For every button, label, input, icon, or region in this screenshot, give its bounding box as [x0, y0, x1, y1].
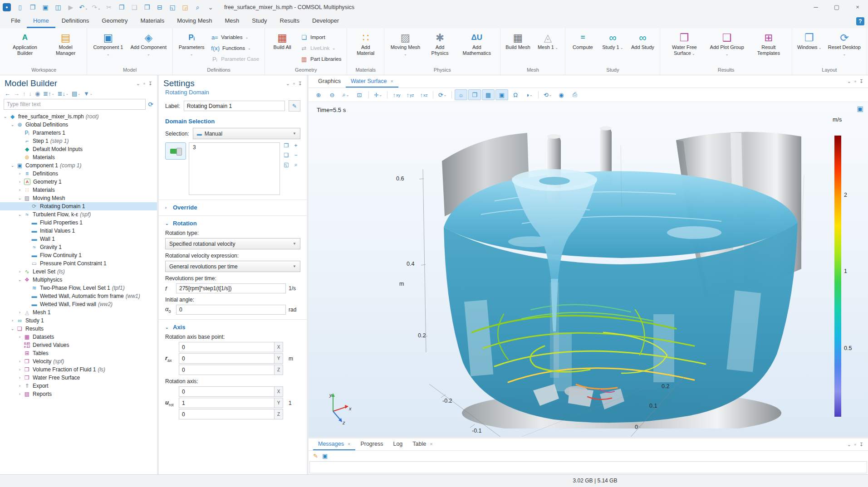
redo-icon[interactable]: ↷⌄ [91, 2, 102, 13]
tree-item-wetted-wall-fixed-wall[interactable]: ▬Wetted Wall, Fixed wall(ww2) [0, 300, 157, 308]
tree-item-materials[interactable]: ›∷Materials [0, 186, 157, 194]
tree-item-rotating-domain-1[interactable]: ⟳Rotating Domain 1 [0, 202, 157, 210]
expand-closed-icon[interactable]: › [16, 333, 23, 341]
rotation-axis-z-input[interactable] [179, 409, 274, 419]
undo-icon[interactable]: ↶⌄ [78, 2, 89, 13]
select-region-icon[interactable]: ◱ [167, 2, 178, 13]
go-to-node-button[interactable]: ▤⌄ [71, 90, 81, 97]
add-mathematics-button[interactable]: ΔUAdd Mathematics [456, 30, 497, 57]
tree-item-level-set[interactable]: ›∿Level Set(ls) [0, 268, 157, 276]
ribbon-tab-materials[interactable]: Materials [134, 15, 171, 28]
refresh-icon[interactable]: ⟳ [148, 101, 153, 108]
zoom-extents-button[interactable]: ⊡ [353, 89, 366, 100]
expand-closed-icon[interactable]: › [9, 317, 16, 325]
tree-item-fluid-properties-1[interactable]: ▬Fluid Properties 1 [0, 219, 157, 227]
add-physics-button[interactable]: ✱Add Physics [425, 30, 455, 57]
collapse-icon[interactable]: ⌄ [847, 78, 851, 84]
transparency-button[interactable]: ❐ [468, 89, 481, 100]
variables-button[interactable]: a=Variables⌄ [209, 32, 261, 43]
go-forward-button[interactable]: → [13, 90, 20, 97]
tree-item-moving-mesh[interactable]: ⌄▨Moving Mesh [0, 194, 157, 202]
help-button[interactable]: ? [856, 17, 864, 25]
paste-icon[interactable]: ❑ [129, 2, 140, 13]
close-icon[interactable]: × [348, 441, 350, 447]
tree-item-materials[interactable]: ⊚Materials [0, 153, 157, 161]
tree-item-default-model-inputs[interactable]: ◆Default Model Inputs [0, 145, 157, 153]
graphics-canvas[interactable]: Time=5.5 s ▣ [309, 102, 868, 437]
tree-item-turbulent-flow-k[interactable]: ⌄≈Turbulent Flow, k-ε(spf) [0, 210, 157, 219]
result-templates-button[interactable]: ⊞Result Templates [749, 30, 789, 57]
selection-list[interactable]: 3 [189, 142, 280, 195]
add-study-button[interactable]: ∞Add Study [628, 30, 657, 51]
image-snapshot-button[interactable]: ◉ [555, 89, 568, 100]
find-icon[interactable]: ⌕ [192, 2, 203, 13]
save-icon[interactable]: ▣ [40, 2, 51, 13]
tree-item-flow-continuity-1[interactable]: ▬Flow Continuity 1 [0, 251, 157, 259]
run-icon[interactable]: ▶ [65, 2, 76, 13]
pin-icon[interactable]: ↧ [859, 78, 863, 84]
rename-button[interactable]: ✎ [289, 100, 300, 112]
expand-closed-icon[interactable]: › [16, 390, 23, 398]
tree-item-tables[interactable]: ⊞Tables [0, 349, 157, 357]
build-mesh-button[interactable]: ▦Build Mesh [504, 30, 532, 51]
ribbon-tab-results[interactable]: Results [274, 15, 306, 28]
select-message-button[interactable]: ✎ [313, 453, 318, 459]
application-builder-button[interactable]: AApplication Builder [4, 30, 46, 57]
expand-closed-icon[interactable]: › [16, 170, 23, 178]
maximize-button[interactable]: ▢ [826, 0, 847, 15]
pin-icon[interactable]: ↧ [298, 81, 302, 87]
tree-item-two-phase-flow-level-set-1[interactable]: ≋Two-Phase Flow, Level Set 1(tpf1) [0, 284, 157, 292]
info-tab-log[interactable]: Log [388, 439, 407, 450]
model-manager-button[interactable]: ▤Model Manager [48, 30, 83, 57]
collapse-all-button[interactable]: ≣↑⌄ [42, 90, 55, 97]
tree-item-definitions[interactable]: ›≡Definitions [0, 170, 157, 178]
base-point-z-input[interactable] [179, 365, 274, 375]
ribbon-tab-geometry[interactable]: Geometry [95, 15, 134, 28]
update-plot-button[interactable]: ⟲⌄ [541, 89, 554, 100]
tree-item-pressure-point-constraint-1[interactable]: ▭Pressure Point Constraint 1 [0, 259, 157, 268]
part-libraries-button[interactable]: ▥Part Libraries [298, 54, 343, 64]
rve-dropdown[interactable]: General revolutions per time ▼ [165, 261, 300, 272]
expand-open-icon[interactable]: ⌄ [9, 121, 16, 129]
copy-icon[interactable]: ❐ [116, 2, 127, 13]
info-tab-messages[interactable]: Messages× [313, 439, 355, 450]
zoom-to-selection-button[interactable]: ⌕ [292, 161, 300, 170]
add-material-button[interactable]: ∷Add Material [350, 30, 381, 57]
print-button[interactable]: ⎙ [569, 89, 581, 100]
expand-closed-icon[interactable]: › [16, 268, 23, 276]
move-up-button[interactable]: ↑ [22, 90, 27, 97]
section-rotation[interactable]: ⌄ Rotation [165, 220, 300, 227]
ribbon-tab-study[interactable]: Study [245, 15, 273, 28]
tree-item-free-surface-mixer-ls-mph[interactable]: ⌄◆free_surface_mixer_ls.mph(root) [0, 112, 157, 121]
copy-selection-button[interactable]: ❐ [282, 142, 290, 151]
info-tab-progress[interactable]: Progress [355, 439, 388, 450]
import-button[interactable]: ❏Import [298, 32, 343, 43]
filter-input[interactable] [4, 99, 146, 110]
zoom-box-button[interactable]: ⌕⌄ [339, 89, 352, 100]
mesh-1-button[interactable]: ◬Mesh 1 ⌄ [534, 30, 562, 51]
expand-open-icon[interactable]: ⌄ [9, 161, 16, 170]
tree-item-study-1[interactable]: ›∞Study 1 [0, 317, 157, 325]
expand-closed-icon[interactable]: › [16, 365, 23, 374]
tree-item-wetted-wall-automatic-from-frame[interactable]: ▬Wetted Wall, Automatic from frame(ww1) [0, 292, 157, 300]
label-input[interactable] [184, 101, 285, 111]
livelink-button[interactable]: ⇄LiveLink⌄ [298, 43, 343, 54]
expand-all-button[interactable]: ≣↓⌄ [57, 90, 69, 97]
expand-closed-icon[interactable]: › [16, 374, 23, 382]
expand-closed-icon[interactable]: › [16, 186, 23, 194]
add-component-button[interactable]: ◈Add Component ⌄ [128, 30, 169, 58]
add-plot-group-button[interactable]: ❑Add Plot Group ⌄ [707, 30, 747, 58]
close-icon[interactable]: × [430, 441, 432, 447]
tree-item-multiphysics[interactable]: ⌄❖Multiphysics [0, 276, 157, 284]
rotation-type-dropdown[interactable]: Specified rotational velocity ▼ [165, 238, 300, 249]
ribbon-tab-developer[interactable]: Developer [306, 15, 345, 28]
selection-dropdown[interactable]: ▬ Manual ▼ [193, 128, 300, 139]
show-grid-button[interactable]: ▦ [482, 89, 495, 100]
float-icon[interactable]: ▫ [854, 442, 856, 448]
zoom-in-button[interactable]: ⊕ [312, 89, 325, 100]
ribbon-tab-home[interactable]: Home [27, 15, 55, 28]
tree-item-datasets[interactable]: ›▦Datasets [0, 333, 157, 341]
expand-closed-icon[interactable]: › [16, 308, 23, 317]
tree-item-step-1[interactable]: ⌐Step 1(step 1) [0, 137, 157, 145]
tree-item-export[interactable]: ›⇑Export [0, 382, 157, 390]
